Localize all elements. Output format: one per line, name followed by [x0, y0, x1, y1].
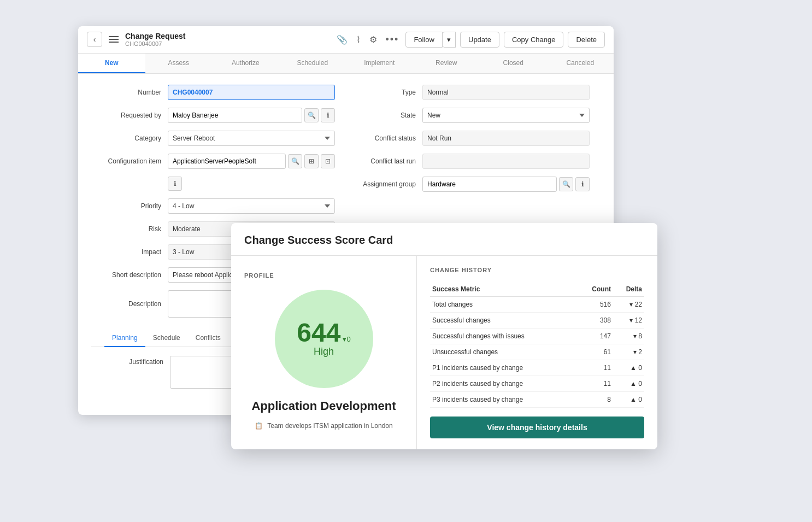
change-history-label: CHANGE HISTORY	[430, 267, 644, 273]
number-label: Number	[91, 89, 168, 96]
table-row: Successful changes with issues147▾ 8	[430, 328, 644, 344]
more-icon-button[interactable]: •••	[384, 32, 402, 48]
short-desc-label: Short description	[91, 271, 168, 279]
step-canceled[interactable]: Canceled	[547, 54, 614, 73]
header-title-block: Change Request CHG0040007	[125, 32, 328, 47]
conflict-last-run-label: Conflict last run	[346, 157, 422, 165]
menu-icon[interactable]	[109, 36, 119, 43]
metric-name: P3 incidents caused by change	[430, 391, 578, 407]
metric-delta: ▾ 22	[613, 296, 644, 312]
page-title: Change Request	[125, 32, 328, 40]
config-item-copy-icon[interactable]: ⊡	[321, 154, 335, 168]
metric-delta: ▾ 8	[613, 328, 644, 344]
step-review[interactable]: Review	[413, 54, 480, 73]
requested-by-label: Requested by	[91, 112, 168, 119]
copy-change-button[interactable]: Copy Change	[504, 32, 564, 48]
description-label: Description	[91, 300, 168, 308]
metrics-table: Success Metric Count Delta Total changes…	[430, 282, 644, 408]
score-card-title: Change Success Score Card	[244, 234, 644, 247]
page-subtitle: CHG0040007	[125, 40, 328, 47]
category-label: Category	[91, 134, 168, 142]
settings-icon-button[interactable]: ⚙	[367, 32, 379, 47]
back-button[interactable]: ‹	[87, 32, 102, 47]
type-row: Type Normal	[346, 85, 590, 100]
requested-by-info-icon[interactable]: ℹ	[321, 108, 335, 122]
assignment-group-info-icon[interactable]: ℹ	[575, 177, 590, 191]
progress-steps: New Assess Authorize Scheduled Implement…	[78, 54, 614, 74]
conflict-status-row: Conflict status Not Run	[346, 131, 590, 146]
profile-label: PROFILE	[244, 272, 274, 279]
score-card-popup: Change Success Score Card PROFILE 644 ▾0…	[231, 223, 657, 449]
attach-icon-button[interactable]: 📎	[334, 32, 350, 47]
config-item-extra-info-icon[interactable]: ℹ	[168, 177, 182, 191]
follow-button[interactable]: Follow	[405, 32, 443, 48]
step-new[interactable]: New	[78, 54, 145, 73]
category-row: Category Server Reboot	[91, 131, 335, 146]
score-level: High	[314, 346, 334, 357]
step-closed[interactable]: Closed	[480, 54, 547, 73]
tab-planning[interactable]: Planning	[104, 330, 145, 347]
metric-name: Unsuccessful changes	[430, 344, 578, 360]
metric-name: P1 incidents caused by change	[430, 360, 578, 376]
conflict-status-label: Conflict status	[346, 134, 422, 142]
step-authorize[interactable]: Authorize	[212, 54, 279, 73]
conflict-status-value: Not Run	[422, 131, 590, 146]
score-circle: 644 ▾0 High	[275, 290, 373, 388]
metric-delta: ▲ 0	[613, 391, 644, 407]
conflict-last-run-row: Conflict last run	[346, 154, 590, 169]
category-select[interactable]: Server Reboot	[168, 131, 335, 146]
requested-by-input[interactable]	[168, 108, 302, 123]
metric-delta: ▾ 2	[613, 344, 644, 360]
state-select[interactable]: New	[422, 108, 590, 123]
metric-count: 308	[578, 312, 613, 328]
config-item-input[interactable]	[168, 154, 286, 169]
table-row: Unsuccessful changes61▾ 2	[430, 344, 644, 360]
step-scheduled[interactable]: Scheduled	[279, 54, 346, 73]
priority-select[interactable]: 4 - Low	[168, 198, 335, 214]
header: ‹ Change Request CHG0040007 📎 ⌇ ⚙ ••• Fo…	[78, 26, 614, 54]
tab-schedule[interactable]: Schedule	[145, 330, 188, 347]
metric-name: Successful changes with issues	[430, 328, 578, 344]
state-row: State New	[346, 108, 590, 123]
app-name: Application Development	[251, 399, 396, 413]
chart-icon-button[interactable]: ⌇	[354, 32, 363, 47]
score-number: 644	[297, 320, 340, 346]
view-history-button[interactable]: View change history details	[430, 417, 644, 438]
metric-delta: ▾ 12	[613, 312, 644, 328]
metric-name: P2 incidents caused by change	[430, 376, 578, 391]
metric-count: 8	[578, 391, 613, 407]
app-desc-icon: 📋	[255, 422, 263, 430]
delete-button[interactable]: Delete	[568, 32, 605, 48]
config-item-search-icon[interactable]: 🔍	[288, 154, 302, 168]
step-assess[interactable]: Assess	[145, 54, 213, 73]
assignment-group-search-icon[interactable]: 🔍	[559, 177, 573, 191]
metric-count: 11	[578, 376, 613, 391]
type-value: Normal	[422, 85, 590, 100]
follow-dropdown-button[interactable]: ▾	[443, 32, 456, 48]
config-item-field: 🔍 ⊞ ⊡	[168, 154, 335, 169]
col-header-metric: Success Metric	[430, 282, 578, 297]
requested-by-row: Requested by 🔍 ℹ	[91, 108, 335, 123]
col-header-count: Count	[578, 282, 613, 297]
justification-label: Justification	[104, 356, 170, 366]
step-implement[interactable]: Implement	[346, 54, 413, 73]
tab-conflicts[interactable]: Conflicts	[188, 330, 228, 347]
update-button[interactable]: Update	[460, 32, 499, 48]
metric-delta: ▲ 0	[613, 360, 644, 376]
assignment-group-input[interactable]	[422, 177, 557, 192]
config-item-map-icon[interactable]: ⊞	[304, 154, 319, 168]
risk-label: Risk	[91, 225, 168, 233]
type-label: Type	[346, 89, 422, 96]
number-input[interactable]	[168, 85, 335, 100]
table-row: Total changes516▾ 22	[430, 296, 644, 312]
table-row: P3 incidents caused by change8▲ 0	[430, 391, 644, 407]
metric-count: 147	[578, 328, 613, 344]
requested-by-search-icon[interactable]: 🔍	[304, 108, 319, 122]
metric-name: Successful changes	[430, 312, 578, 328]
metric-name: Total changes	[430, 296, 578, 312]
follow-group: Follow ▾	[405, 32, 456, 48]
app-desc-text: Team develops ITSM application in London	[267, 422, 392, 430]
priority-row: Priority 4 - Low	[91, 198, 335, 214]
number-row: Number	[91, 85, 335, 100]
header-actions: 📎 ⌇ ⚙ ••• Follow ▾ Update Copy Change De…	[334, 32, 605, 48]
